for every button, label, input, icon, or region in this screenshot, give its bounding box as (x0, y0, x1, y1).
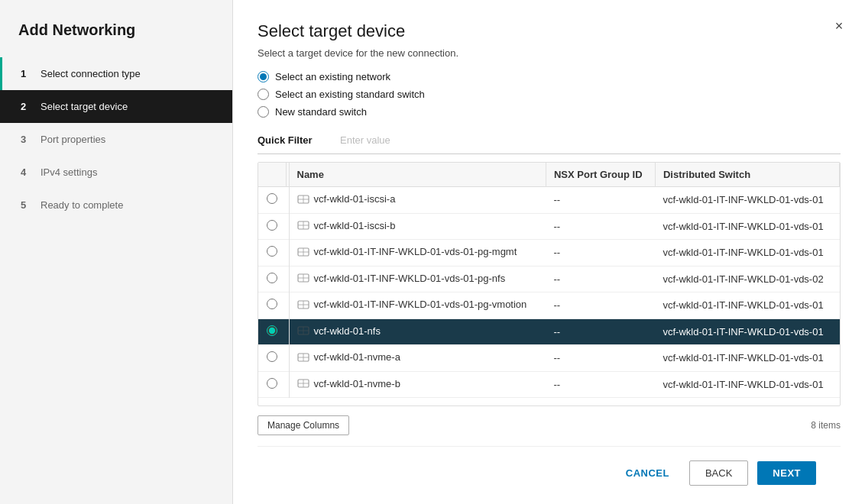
steps-list: 1 Select connection type 2 Select target… (0, 57, 232, 221)
row-radio-input[interactable] (267, 193, 277, 204)
main-content: × Select target device Select a target d… (233, 0, 865, 504)
step-1-number: 1 (21, 68, 33, 79)
row-nsx-cell: -- (546, 371, 655, 398)
item-count: 8 items (811, 420, 841, 431)
row-ds-cell: vcf-wkld-01-IT-INF-WKLD-01-vds-02 (655, 266, 839, 292)
network-table-container: Name NSX Port Group ID Distributed Switc… (258, 162, 841, 406)
row-radio-cell (258, 187, 286, 214)
row-ds-cell: vcf-wkld-01-IT-INF-WKLD-01-vds-01 (655, 345, 839, 372)
row-radio-input[interactable] (267, 273, 277, 283)
col-distributed-switch[interactable]: Distributed Switch (655, 163, 839, 187)
row-name-cell: vcf-wkld-01-iscsi-b (289, 213, 546, 240)
table-row[interactable]: vcf-wkld-01-iscsi-b--vcf-wkld-01-IT-INF-… (258, 213, 840, 240)
row-radio-cell (258, 318, 286, 345)
sidebar-item-port-properties[interactable]: 3 Port properties (0, 123, 232, 156)
network-icon (297, 247, 309, 257)
col-name[interactable]: Name (289, 163, 546, 187)
network-icon (297, 299, 309, 310)
back-button[interactable]: BACK (689, 460, 748, 486)
row-radio-cell (258, 345, 286, 372)
row-nsx-cell: -- (546, 266, 655, 292)
table-row[interactable]: vcf-wkld-01-nvme-b--vcf-wkld-01-IT-INF-W… (258, 371, 840, 398)
step-4-number: 4 (21, 166, 33, 178)
radio-existing-switch-input[interactable] (258, 89, 269, 100)
row-nsx-cell: -- (546, 318, 655, 345)
quick-filter-label: Quick Filter (258, 134, 334, 146)
radio-existing-network-input[interactable] (258, 71, 269, 82)
row-radio-input[interactable] (267, 378, 277, 389)
row-nsx-cell: -- (546, 292, 655, 319)
page-subtitle: Select a target device for the new conne… (258, 47, 841, 59)
radio-existing-network[interactable]: Select an existing network (258, 71, 841, 82)
radio-existing-switch-label: Select an existing standard switch (275, 89, 425, 100)
step-3-number: 3 (21, 134, 33, 145)
row-radio-input[interactable] (267, 325, 277, 336)
row-radio-input[interactable] (267, 351, 277, 362)
row-nsx-cell: -- (546, 213, 655, 240)
sidebar: Add Networking 1 Select connection type … (0, 0, 233, 504)
cancel-button[interactable]: CANCEL (615, 461, 680, 485)
row-ds-cell: vcf-wkld-01-IT-INF-WKLD-01-vds-01 (655, 240, 839, 267)
radio-new-switch-input[interactable] (258, 106, 269, 118)
row-ds-cell: vcf-wkld-01-IT-INF-WKLD-01-vds-01 (655, 213, 839, 240)
step-3-label: Port properties (40, 134, 105, 145)
radio-existing-switch[interactable]: Select an existing standard switch (258, 89, 841, 100)
step-2-label: Select target device (40, 101, 128, 112)
row-radio-cell (258, 266, 286, 292)
quick-filter-input[interactable] (334, 131, 841, 149)
row-name-cell: vcf-wkld-01-iscsi-a (289, 187, 546, 214)
add-networking-dialog: Add Networking 1 Select connection type … (0, 0, 865, 504)
row-nsx-cell: -- (546, 345, 655, 372)
quick-filter-row: Quick Filter (258, 131, 841, 154)
row-ds-cell: vcf-wkld-01-IT-INF-WKLD-01-vds-01 (655, 187, 839, 214)
col-select (258, 163, 286, 187)
radio-existing-network-label: Select an existing network (275, 71, 390, 82)
row-ds-cell: vcf-wkld-01-IT-INF-WKLD-01-vds-01 (655, 292, 839, 319)
network-table: Name NSX Port Group ID Distributed Switc… (258, 163, 840, 398)
row-name-cell: vcf-wkld-01-IT-INF-WKLD-01-vds-01-pg-vmo… (289, 292, 546, 319)
row-radio-cell (258, 371, 286, 398)
row-radio-input[interactable] (267, 220, 277, 231)
row-radio-input[interactable] (267, 299, 277, 309)
row-ds-cell: vcf-wkld-01-IT-INF-WKLD-01-vds-01 (655, 371, 839, 398)
sidebar-item-ipv4[interactable]: 4 IPv4 settings (0, 156, 232, 189)
manage-columns-button[interactable]: Manage Columns (258, 415, 349, 435)
sidebar-item-select-target[interactable]: 2 Select target device (0, 90, 232, 123)
row-name-cell: vcf-wkld-01-nvme-a (289, 345, 546, 372)
sidebar-item-select-connection[interactable]: 1 Select connection type (0, 57, 232, 90)
dialog-footer: CANCEL BACK NEXT (258, 446, 841, 504)
row-name-cell: vcf-wkld-01-nfs (289, 318, 546, 345)
step-5-number: 5 (21, 199, 33, 211)
radio-new-switch[interactable]: New standard switch (258, 106, 841, 118)
table-row[interactable]: vcf-wkld-01-iscsi-a--vcf-wkld-01-IT-INF-… (258, 187, 840, 214)
dialog-title: Add Networking (0, 0, 232, 57)
table-row[interactable]: vcf-wkld-01-nvme-a--vcf-wkld-01-IT-INF-W… (258, 345, 840, 372)
row-name-cell: vcf-wkld-01-nvme-b (289, 371, 546, 398)
row-name-cell: vcf-wkld-01-IT-INF-WKLD-01-vds-01-pg-mgm… (289, 240, 546, 267)
row-radio-cell (258, 240, 286, 267)
device-type-radio-group: Select an existing network Select an exi… (258, 71, 841, 118)
next-button[interactable]: NEXT (757, 461, 816, 485)
step-5-label: Ready to complete (40, 199, 123, 211)
row-radio-input[interactable] (267, 246, 277, 257)
table-row[interactable]: vcf-wkld-01-IT-INF-WKLD-01-vds-01-pg-nfs… (258, 266, 840, 292)
step-4-label: IPv4 settings (40, 166, 97, 178)
step-1-label: Select connection type (40, 68, 141, 79)
table-row[interactable]: vcf-wkld-01-IT-INF-WKLD-01-vds-01-pg-mgm… (258, 240, 840, 267)
row-ds-cell: vcf-wkld-01-IT-INF-WKLD-01-vds-01 (655, 318, 839, 345)
row-radio-cell (258, 292, 286, 319)
table-row[interactable]: vcf-wkld-01-nfs--vcf-wkld-01-IT-INF-WKLD… (258, 318, 840, 345)
table-row[interactable]: vcf-wkld-01-IT-INF-WKLD-01-vds-01-pg-vmo… (258, 292, 840, 319)
col-nsx-port-group-id[interactable]: NSX Port Group ID (546, 163, 655, 187)
step-2-number: 2 (21, 101, 33, 112)
row-nsx-cell: -- (546, 187, 655, 214)
page-title: Select target device (258, 21, 841, 41)
network-icon (297, 325, 309, 336)
sidebar-item-ready[interactable]: 5 Ready to complete (0, 189, 232, 221)
row-nsx-cell: -- (546, 240, 655, 267)
table-footer: Manage Columns 8 items (258, 412, 841, 438)
radio-new-switch-label: New standard switch (275, 106, 367, 118)
row-radio-cell (258, 213, 286, 240)
close-button[interactable]: × (828, 15, 850, 37)
network-icon (297, 352, 309, 363)
